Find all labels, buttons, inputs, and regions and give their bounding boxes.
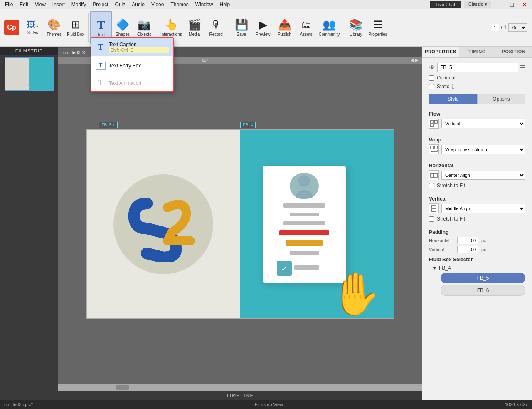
- properties-label: Properties: [368, 32, 387, 37]
- menu-item-quiz[interactable]: Quiz: [112, 2, 129, 7]
- assets-label: Assets: [300, 32, 313, 37]
- svg-point-1: [296, 190, 313, 198]
- toolbar-properties[interactable]: ☰ Properties: [367, 11, 389, 44]
- vertical-align-select[interactable]: Top Align Middle Align Bottom Align: [441, 204, 525, 213]
- fb-labels: FB_5 ↕: [99, 122, 118, 128]
- toolbar-record[interactable]: 🎙 Record: [205, 11, 227, 44]
- panel-tab-position[interactable]: POSITION: [495, 47, 532, 57]
- zoom-select[interactable]: 75 50 100 125: [508, 23, 527, 32]
- menu-item-video[interactable]: Video: [148, 2, 167, 7]
- filmstrip-view-label[interactable]: Filmstrip View: [255, 402, 283, 407]
- toolbar-slides[interactable]: 🖼 ▾ Slides: [22, 11, 43, 44]
- interactions-icon: 👆: [165, 18, 178, 31]
- filmstrip-slide-1[interactable]: 1: [5, 57, 54, 91]
- visibility-icon[interactable]: 👁: [429, 64, 435, 71]
- page-input[interactable]: 1: [491, 24, 499, 31]
- close-button[interactable]: ✕: [519, 1, 530, 8]
- divider-3: [229, 13, 229, 42]
- menu-item-modify[interactable]: Modify: [68, 2, 89, 7]
- horizontal-align-select[interactable]: Left Align Center Align Right Align: [441, 171, 525, 180]
- menu-item-audio[interactable]: Audio: [128, 2, 148, 7]
- dimensions-label: 1024 × 627: [505, 402, 528, 407]
- profile-line-2: [290, 213, 319, 216]
- menu-item-themes[interactable]: Themes: [167, 2, 192, 7]
- menu-item-insert[interactable]: Insert: [49, 2, 68, 7]
- minimize-button[interactable]: ─: [495, 1, 505, 8]
- canvas-tab-untitled3[interactable]: untitled3 ✕: [58, 48, 91, 57]
- toolbar-library[interactable]: 📚 Library: [345, 11, 367, 44]
- toolbar-assets[interactable]: 🗂 Assets: [296, 11, 317, 44]
- community-icon: 👥: [323, 18, 336, 31]
- vertical-icon: [429, 203, 439, 213]
- divider-1: [88, 13, 89, 42]
- fb-child-fb6[interactable]: FB_6: [441, 285, 525, 296]
- flow-select[interactable]: Vertical Horizontal: [441, 119, 525, 128]
- wrap-select[interactable]: Wrap to next column No wrap: [441, 145, 525, 154]
- menu-item-help[interactable]: Help: [216, 2, 233, 7]
- menu-item-window[interactable]: Window: [192, 2, 217, 7]
- v-padding-input[interactable]: [457, 246, 478, 253]
- optional-checkbox[interactable]: [429, 75, 434, 81]
- toolbar-save[interactable]: 💾 Save: [231, 11, 252, 44]
- options-button[interactable]: Options: [477, 94, 525, 104]
- panel-tab-properties[interactable]: PROPERTIES: [422, 47, 459, 57]
- fb5-label: FB_5 ↕: [99, 122, 118, 128]
- text-animation-icon: T: [96, 79, 106, 87]
- static-checkbox[interactable]: [429, 84, 434, 89]
- toolbar-themes[interactable]: 🎨 Themes: [43, 11, 65, 44]
- toolbar-media[interactable]: 🎬 Media: [184, 11, 205, 44]
- fluid-box-tree: ▼ FB_4 FB_5 FB_6: [429, 265, 525, 296]
- flow-label: Flow: [429, 111, 525, 117]
- dropdown-text-entry-box[interactable]: T Text Entry Box: [91, 58, 173, 73]
- fluid-box-parent[interactable]: ▼ FB_4: [432, 265, 525, 271]
- canvas-viewport[interactable]: FB_5 ↕ FB_4: [58, 64, 422, 384]
- menu-item-file[interactable]: File: [2, 2, 16, 7]
- canvas-area: untitled3 ✕ Preview | 627 ◀ ▶ FB_5 ↕ FB_…: [58, 47, 422, 400]
- profile-line-1: [283, 203, 325, 207]
- toolbar-preview[interactable]: ▶ Preview: [252, 11, 274, 44]
- profile-line-4: [290, 251, 319, 255]
- optional-checkbox-row: Optional: [426, 74, 529, 82]
- fb-child-fb5[interactable]: FB_5: [441, 273, 525, 283]
- toolbar-fluid-box[interactable]: ⊞ Fluid Box: [65, 11, 86, 44]
- h-padding-input[interactable]: [457, 237, 478, 244]
- save-icon: 💾: [235, 18, 248, 31]
- menu-item-project[interactable]: Project: [89, 2, 111, 7]
- list-options-icon[interactable]: ☰: [520, 64, 525, 71]
- horizontal-scrollbar[interactable]: [58, 384, 422, 391]
- dropdown-text-caption[interactable]: T Text Caption Shift+Ctrl+C: [91, 38, 173, 56]
- field-name-input[interactable]: [437, 63, 518, 72]
- classic-dropdown[interactable]: Classic ▾: [464, 1, 491, 8]
- slide-canvas: FB_5 ↕ FB_4: [86, 129, 394, 319]
- svg-rect-2: [431, 120, 433, 123]
- toolbar-community[interactable]: 👥 Community: [317, 11, 342, 44]
- slide-content: ✓ 🤚: [86, 129, 394, 319]
- profile-card: ✓: [263, 166, 346, 283]
- live-chat-button[interactable]: Live Chat: [430, 1, 461, 8]
- v-stretch-checkbox[interactable]: [429, 216, 434, 222]
- fb4-label: FB_4: [240, 122, 256, 128]
- themes-label: Themes: [47, 32, 62, 37]
- menu-item-view[interactable]: View: [32, 2, 49, 7]
- menu-item-edit[interactable]: Edit: [16, 2, 32, 7]
- slides-icon: 🖼 ▾: [27, 20, 38, 30]
- style-button[interactable]: Style: [429, 94, 477, 104]
- assets-icon: 🗂: [301, 18, 312, 31]
- page-separator: /: [501, 25, 502, 30]
- svg-marker-8: [431, 150, 432, 153]
- scroll-thumb[interactable]: [116, 385, 129, 390]
- check-row: ✓: [273, 259, 319, 276]
- h-icon-svg: [430, 171, 438, 179]
- h-stretch-checkbox[interactable]: [429, 183, 434, 188]
- toolbar-publish[interactable]: 📤 Publish: [274, 11, 296, 44]
- panel-tab-timing[interactable]: TIMING: [459, 47, 495, 57]
- horizontal-section: Horizontal Left Align Center Align Right…: [426, 159, 529, 192]
- fluid-box-icon: ⊞: [71, 18, 80, 31]
- profile-line-red: [279, 230, 329, 235]
- objects-label: Objects: [137, 32, 151, 37]
- status-bar: untitled3.cptx* Filmstrip View 1024 × 62…: [0, 400, 532, 409]
- maximize-button[interactable]: □: [507, 1, 517, 8]
- slide-left-panel: [87, 130, 240, 318]
- static-info-icon[interactable]: ℹ: [452, 83, 454, 90]
- flow-section: Flow ↓ Vertical Horizontal: [426, 107, 529, 133]
